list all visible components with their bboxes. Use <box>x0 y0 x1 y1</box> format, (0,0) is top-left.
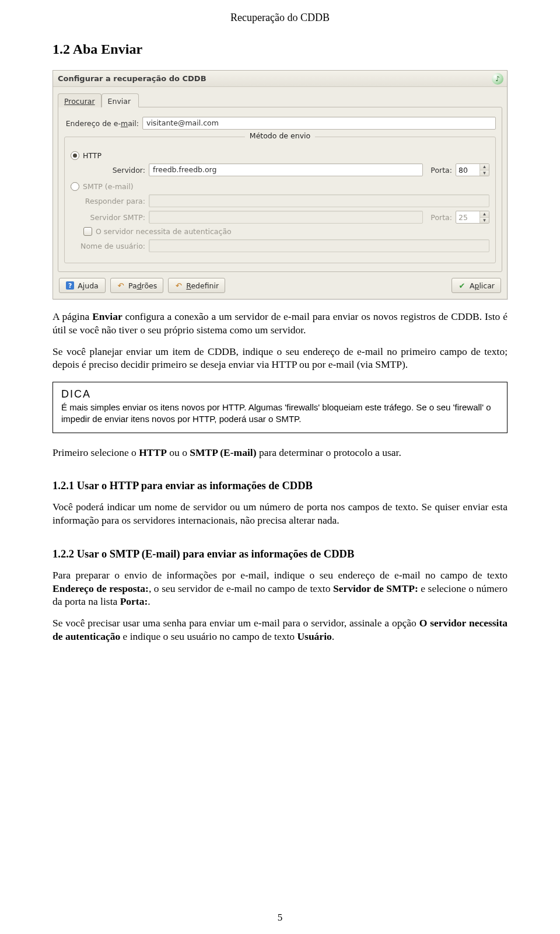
help-icon: ? <box>66 281 74 290</box>
reset-button[interactable]: ↶ Redefinir <box>168 278 225 293</box>
defaults-button[interactable]: ↶ Padrões <box>110 278 163 293</box>
username-label: Nome de usuário: <box>71 242 145 250</box>
tab-send-label: Enviar <box>108 97 131 106</box>
help-button[interactable]: ? Ajuda <box>59 278 106 293</box>
apply-button-label: Aplicar <box>470 281 495 290</box>
smtp-server-field[interactable] <box>149 211 423 224</box>
auth-checkbox[interactable] <box>83 227 92 236</box>
undo-icon: ↶ <box>117 281 125 290</box>
http-port-value: 80 <box>456 164 480 176</box>
tab-lookup[interactable]: Procurar <box>58 93 102 107</box>
http-radio[interactable] <box>71 151 79 160</box>
help-button-label: Ajuda <box>78 281 99 290</box>
send-method-title: Método de envio <box>245 131 315 140</box>
intro-paragraph: A página Enviar configura a conexão a um… <box>52 310 508 337</box>
body-paragraph-2: Se você planejar enviar um item de CDDB,… <box>52 345 508 372</box>
dialog-button-bar: ? Ajuda ↶ Padrões ↶ Redefinir ✔ <box>53 272 507 299</box>
http-server-label: Servidor: <box>83 166 145 175</box>
dialog-title: Configurar a recuperação do CDDB <box>58 74 206 83</box>
smtp-paragraph-2: Se você precisar usar uma senha para env… <box>52 616 508 643</box>
smtp-port-value: 25 <box>456 211 480 223</box>
tab-send[interactable]: Enviar <box>102 93 139 107</box>
reset-button-label: Redefinir <box>186 281 219 290</box>
subsection-smtp-heading: 1.2.2 Usar o SMTP (E-mail) para enviar a… <box>52 548 508 560</box>
smtp-server-label: Servidor SMTP: <box>83 213 145 222</box>
page-number: 5 <box>0 912 560 923</box>
apply-button[interactable]: ✔ Aplicar <box>452 278 501 293</box>
email-label: Endereço de e-mail: <box>64 119 139 128</box>
subsection-http-heading: 1.2.1 Usar o HTTP para enviar as informa… <box>52 480 508 492</box>
undo-icon: ↶ <box>174 281 183 290</box>
tab-lookup-label: Procurar <box>64 97 95 106</box>
smtp-radio[interactable] <box>71 182 79 191</box>
reply-to-label: Responder para: <box>83 197 145 205</box>
chevron-down-icon[interactable]: ▾ <box>480 217 489 224</box>
send-method-group: Método de envio HTTP Servidor: freedb.fr… <box>64 137 496 263</box>
dialog-titlebar: Configurar a recuperação do CDDB ♪ <box>53 71 507 87</box>
chevron-down-icon[interactable]: ▾ <box>480 170 489 176</box>
http-port-spin[interactable]: 80 ▴ ▾ <box>456 163 489 176</box>
dialog-screenshot: Configurar a recuperação do CDDB ♪ Procu… <box>52 70 508 299</box>
defaults-button-label: Padrões <box>128 281 157 290</box>
body-paragraph-3: Primeiro selecione o HTTP ou o SMTP (E-m… <box>52 446 508 459</box>
chevron-up-icon[interactable]: ▴ <box>480 211 489 217</box>
http-radio-label: HTTP <box>83 151 102 160</box>
music-note-icon: ♪ <box>492 73 503 85</box>
tab-bar: Procurar Enviar <box>53 87 507 107</box>
tip-box: DICA É mais simples enviar os itens novo… <box>52 382 508 433</box>
check-icon: ✔ <box>458 281 466 290</box>
running-title: Recuperação do CDDB <box>52 12 508 24</box>
username-field[interactable] <box>149 239 489 252</box>
smtp-port-label: Porta: <box>426 213 452 222</box>
chevron-up-icon[interactable]: ▴ <box>480 164 489 170</box>
http-server-field[interactable]: freedb.freedb.org <box>149 163 423 176</box>
smtp-paragraph-1: Para preparar o envio de informações por… <box>52 569 508 608</box>
tip-title: DICA <box>61 388 499 400</box>
smtp-radio-label: SMTP (e-mail) <box>83 182 134 191</box>
auth-checkbox-label: O servidor necessita de autenticação <box>96 227 232 236</box>
http-paragraph: Você poderá indicar um nome de servidor … <box>52 500 508 527</box>
reply-to-field[interactable] <box>149 194 489 207</box>
send-panel: Endereço de e-mail: visitante@mail.com M… <box>58 107 502 272</box>
smtp-port-spin[interactable]: 25 ▴ ▾ <box>456 211 489 224</box>
tip-body: É mais simples enviar os itens novos por… <box>61 402 499 426</box>
http-port-label: Porta: <box>426 166 452 175</box>
section-heading: 1.2 Aba Enviar <box>52 41 508 57</box>
email-field[interactable]: visitante@mail.com <box>142 117 496 130</box>
